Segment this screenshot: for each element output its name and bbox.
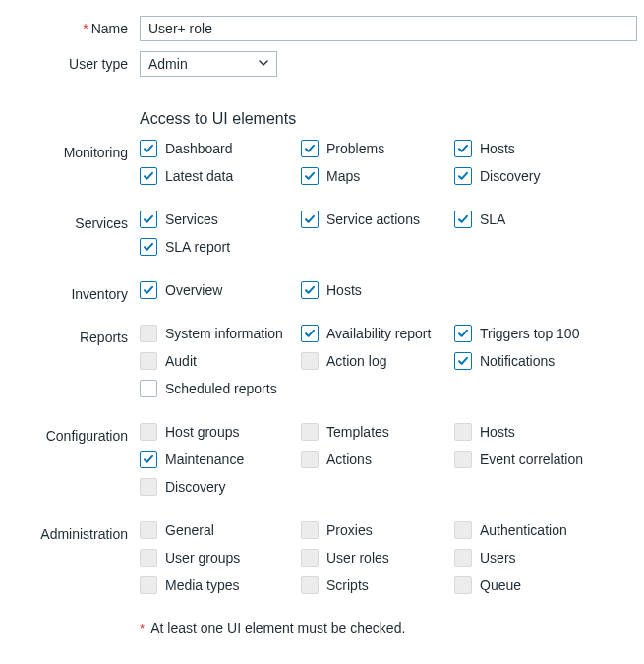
checkbox-box: [140, 576, 157, 594]
configuration-content: Host groupsTemplatesHostsMaintenanceActi…: [140, 423, 644, 506]
checkbox-box: [301, 576, 319, 594]
required-asterisk: *: [83, 21, 88, 36]
checkbox-reports-action-log: Action log: [301, 352, 454, 370]
checkbox-box: [301, 140, 319, 157]
checkbox-services-sla-report[interactable]: SLA report: [140, 238, 301, 256]
checkbox-box: [301, 352, 319, 370]
checkbox-label: Action log: [326, 353, 386, 369]
section-heading: Access to UI elements: [140, 110, 644, 128]
checkbox-configuration-discovery: Discovery: [140, 478, 301, 496]
services-label: Services: [14, 211, 140, 231]
checkbox-configuration-event-correlation: Event correlation: [454, 451, 621, 468]
checkbox-box: [454, 423, 472, 441]
checkbox-box: [140, 167, 157, 185]
checkbox-reports-scheduled-reports[interactable]: Scheduled reports: [140, 380, 301, 397]
checkbox-monitoring-discovery[interactable]: Discovery: [454, 167, 621, 185]
reports-content: System informationAvailability reportTri…: [140, 325, 644, 407]
checkbox-label: Maintenance: [165, 452, 244, 467]
monitoring-grid: DashboardProblemsHostsLatest dataMapsDis…: [140, 140, 644, 195]
checkbox-label: User groups: [165, 550, 240, 566]
checkbox-box: [140, 423, 157, 441]
checkbox-label: Hosts: [480, 141, 515, 156]
checkbox-label: Scripts: [326, 577, 369, 593]
checkbox-configuration-hosts: Hosts: [454, 423, 621, 441]
checkbox-services-services[interactable]: Services: [140, 211, 301, 228]
checkbox-box: [454, 325, 472, 342]
configuration-grid: Host groupsTemplatesHostsMaintenanceActi…: [140, 423, 644, 506]
checkbox-inventory-hosts[interactable]: Hosts: [301, 281, 454, 299]
row-user-type: User type Admin: [14, 51, 644, 77]
checkbox-label: Event correlation: [480, 452, 583, 467]
checkbox-administration-proxies: Proxies: [301, 521, 454, 539]
services-grid: ServicesService actionsSLASLA report: [140, 211, 644, 266]
checkbox-label: Problems: [326, 141, 384, 156]
reports-label: Reports: [14, 325, 140, 345]
services-content: ServicesService actionsSLASLA report: [140, 211, 644, 266]
checkbox-label: Service actions: [326, 211, 420, 227]
checkbox-monitoring-problems[interactable]: Problems: [301, 140, 454, 157]
checkbox-configuration-actions: Actions: [301, 451, 454, 468]
checkbox-label: Scheduled reports: [165, 381, 277, 396]
row-inventory: InventoryOverviewHosts: [14, 281, 644, 309]
checkbox-monitoring-maps[interactable]: Maps: [301, 167, 454, 185]
checkbox-reports-system-information: System information: [140, 325, 301, 342]
checkbox-administration-user-roles: User roles: [301, 549, 454, 567]
note-content: * At least one UI element must be checke…: [140, 620, 644, 635]
monitoring-content: DashboardProblemsHostsLatest dataMapsDis…: [140, 140, 644, 195]
checkbox-box: [301, 325, 319, 342]
checkbox-box: [140, 281, 157, 299]
checkbox-label: General: [165, 522, 214, 538]
checkbox-configuration-maintenance[interactable]: Maintenance: [140, 451, 301, 468]
checkbox-configuration-templates: Templates: [301, 423, 454, 441]
checkbox-reports-notifications[interactable]: Notifications: [454, 352, 621, 370]
checkbox-services-service-actions[interactable]: Service actions: [301, 211, 454, 228]
monitoring-label: Monitoring: [14, 140, 140, 160]
checkbox-monitoring-latest-data[interactable]: Latest data: [140, 167, 301, 185]
checkbox-monitoring-hosts[interactable]: Hosts: [454, 140, 621, 157]
user-type-select-wrap: Admin: [140, 51, 277, 77]
checkbox-box: [140, 140, 157, 157]
name-label: *Name: [14, 16, 140, 36]
checkbox-label: Latest data: [165, 168, 233, 184]
user-type-select[interactable]: Admin: [140, 51, 277, 77]
note-spacer: [14, 620, 140, 625]
checkbox-box: [301, 211, 319, 228]
checkbox-box: [301, 423, 319, 441]
checkbox-label: Discovery: [165, 479, 225, 495]
checkbox-reports-triggers-top-100[interactable]: Triggers top 100: [454, 325, 621, 342]
checkbox-box: [454, 451, 472, 468]
reports-grid: System informationAvailability reportTri…: [140, 325, 644, 407]
row-monitoring: MonitoringDashboardProblemsHostsLatest d…: [14, 140, 644, 195]
checkbox-box: [140, 238, 157, 256]
heading-content: Access to UI elements: [140, 87, 644, 140]
checkbox-inventory-overview[interactable]: Overview: [140, 281, 301, 299]
checkbox-label: User roles: [326, 550, 389, 566]
row-configuration: ConfigurationHost groupsTemplatesHostsMa…: [14, 423, 644, 506]
checkbox-monitoring-dashboard[interactable]: Dashboard: [140, 140, 301, 157]
administration-grid: GeneralProxiesAuthenticationUser groupsU…: [140, 521, 644, 604]
checkbox-box: [140, 211, 157, 228]
inventory-grid: OverviewHosts: [140, 281, 644, 309]
name-input[interactable]: [140, 16, 637, 41]
checkbox-administration-general: General: [140, 521, 301, 539]
checkbox-box: [454, 352, 472, 370]
checkbox-reports-availability-report[interactable]: Availability report: [301, 325, 454, 342]
checkbox-box: [140, 478, 157, 496]
checkbox-box: [301, 167, 319, 185]
user-type-content: Admin: [140, 51, 644, 77]
checkbox-box: [454, 167, 472, 185]
checkbox-label: Hosts: [480, 424, 515, 440]
checkbox-label: SLA: [480, 211, 505, 227]
user-type-label-text: User type: [69, 56, 128, 72]
checkbox-services-sla[interactable]: SLA: [454, 211, 621, 228]
user-type-label: User type: [14, 51, 140, 72]
checkbox-administration-queue: Queue: [454, 576, 621, 594]
checkbox-label: System information: [165, 326, 283, 341]
checkbox-label: Availability report: [326, 326, 431, 341]
checkbox-box: [140, 451, 157, 468]
row-administration: AdministrationGeneralProxiesAuthenticati…: [14, 521, 644, 604]
row-name: *Name: [14, 16, 644, 41]
configuration-label: Configuration: [14, 423, 140, 444]
checkbox-label: Actions: [326, 452, 372, 467]
administration-content: GeneralProxiesAuthenticationUser groupsU…: [140, 521, 644, 604]
